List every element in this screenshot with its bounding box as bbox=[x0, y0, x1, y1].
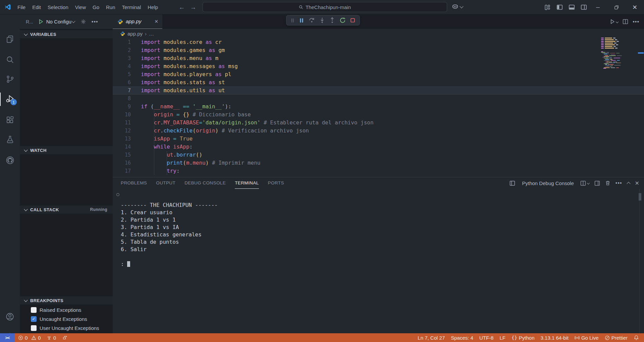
debug-config-dropdown[interactable]: No Configu bbox=[46, 19, 71, 24]
menu-run[interactable]: Run bbox=[103, 0, 119, 14]
line-number[interactable]: 14 bbox=[113, 143, 131, 151]
line-number[interactable]: 6 bbox=[113, 78, 131, 87]
breakpoint-checkbox[interactable] bbox=[31, 307, 37, 313]
run-debug-icon[interactable] bbox=[0, 91, 20, 106]
breadcrumb-file[interactable]: app.py bbox=[127, 31, 143, 37]
search-view-icon[interactable] bbox=[0, 52, 20, 67]
watch-section-header[interactable]: WATCH bbox=[20, 146, 113, 154]
menu-view[interactable]: View bbox=[72, 0, 89, 14]
step-into-icon[interactable] bbox=[319, 17, 325, 23]
terminal-instance-label[interactable]: Python Debug Console bbox=[522, 180, 574, 186]
code-line-17[interactable]: 17 try: bbox=[113, 167, 644, 175]
step-over-icon[interactable] bbox=[309, 17, 315, 23]
menu-help[interactable]: Help bbox=[144, 0, 161, 14]
breakpoint-checkbox[interactable] bbox=[31, 325, 37, 331]
line-number[interactable]: 8 bbox=[113, 95, 131, 103]
copilot-button[interactable] bbox=[451, 3, 463, 10]
panel-tab-output[interactable]: OUTPUT bbox=[156, 177, 175, 189]
explorer-icon[interactable] bbox=[0, 32, 20, 46]
pause-icon[interactable] bbox=[299, 17, 305, 23]
line-number[interactable]: 4 bbox=[113, 62, 131, 70]
extensions-icon[interactable] bbox=[0, 113, 20, 127]
testing-icon[interactable] bbox=[0, 132, 20, 147]
stop-icon[interactable] bbox=[350, 17, 356, 23]
call-stack-section-header[interactable]: CALL STACK Running bbox=[20, 206, 113, 214]
minimap[interactable] bbox=[601, 38, 638, 68]
menu-selection[interactable]: Selection bbox=[44, 0, 72, 14]
status-ln-7-col-27[interactable]: Ln 7, Col 27 bbox=[418, 335, 445, 341]
toggle-primary-sidebar-icon[interactable] bbox=[555, 3, 564, 12]
status-prettier[interactable]: Prettier bbox=[605, 335, 628, 341]
nav-forward-icon[interactable]: → bbox=[189, 3, 198, 12]
customize-layout-icon[interactable] bbox=[543, 3, 552, 12]
tab-close-icon[interactable]: ✕ bbox=[154, 19, 158, 24]
menu-go[interactable]: Go bbox=[89, 0, 103, 14]
split-editor-icon[interactable] bbox=[623, 19, 628, 24]
source-control-icon[interactable] bbox=[0, 72, 20, 87]
toggle-panel-icon[interactable] bbox=[567, 3, 576, 12]
line-number[interactable]: 2 bbox=[113, 46, 131, 54]
panel-tab-ports[interactable]: PORTS bbox=[268, 177, 284, 189]
close-panel-icon[interactable]: ✕ bbox=[635, 180, 639, 186]
line-number[interactable]: 13 bbox=[113, 135, 131, 143]
line-number[interactable]: 7 bbox=[113, 87, 131, 95]
status-utf-8[interactable]: UTF-8 bbox=[479, 335, 494, 341]
split-terminal-button[interactable] bbox=[580, 180, 589, 186]
account-icon[interactable] bbox=[0, 309, 20, 324]
terminal-output[interactable]: -------- THE CHACHIPUN -------1. Crear u… bbox=[121, 202, 218, 268]
editor-more-actions-icon[interactable]: ••• bbox=[633, 19, 639, 25]
github-icon[interactable] bbox=[0, 153, 20, 168]
status-go-live[interactable]: Go Live bbox=[575, 335, 599, 341]
code-line-11[interactable]: 11 cr.MY_DATABASE='data/origin.json' # E… bbox=[113, 119, 644, 127]
code-line-3[interactable]: 3import modules.menu as m bbox=[113, 54, 644, 62]
status-python[interactable]: {}Python bbox=[512, 335, 535, 341]
menu-edit[interactable]: Edit bbox=[29, 0, 44, 14]
line-number[interactable]: 1 bbox=[113, 38, 131, 46]
code-line-14[interactable]: 14 while isApp: bbox=[113, 143, 644, 151]
start-debug-icon[interactable] bbox=[38, 19, 44, 24]
remote-indicator-button[interactable]: >< bbox=[0, 333, 15, 342]
panel-more-actions-icon[interactable]: ••• bbox=[615, 180, 622, 186]
toggle-secondary-sidebar-icon[interactable] bbox=[579, 3, 588, 12]
config-chevron-icon[interactable] bbox=[71, 19, 75, 23]
step-out-icon[interactable] bbox=[329, 17, 335, 23]
status-3-13-1-64-bit[interactable]: 3.13.1 64-bit bbox=[541, 335, 569, 341]
line-number[interactable]: 3 bbox=[113, 54, 131, 62]
status-bell[interactable] bbox=[634, 335, 639, 340]
menu-file[interactable]: File bbox=[14, 0, 29, 14]
restore-button[interactable] bbox=[607, 0, 626, 14]
code-line-5[interactable]: 5import modules.players as pl bbox=[113, 70, 644, 78]
code-line-8[interactable]: 8 bbox=[113, 95, 644, 103]
maximize-panel-icon[interactable] bbox=[627, 182, 630, 185]
variables-section-header[interactable]: VARIABLES bbox=[20, 30, 113, 38]
nav-back-icon[interactable]: ← bbox=[177, 3, 186, 12]
command-center-search[interactable]: TheChachipun-main bbox=[203, 2, 447, 12]
minimize-button[interactable]: ─ bbox=[589, 0, 607, 14]
panel-tab-debug-console[interactable]: DEBUG CONSOLE bbox=[184, 177, 226, 189]
code-line-16[interactable]: 16 print(m.menu) # Imprimir menu bbox=[113, 159, 644, 167]
breakpoints-section-header[interactable]: BREAKPOINTS bbox=[20, 296, 113, 304]
panel-scrollbar-thumb[interactable] bbox=[639, 193, 641, 201]
breadcrumb-more[interactable]: … bbox=[149, 31, 154, 37]
line-number[interactable]: 9 bbox=[113, 103, 131, 111]
line-number[interactable]: 5 bbox=[113, 70, 131, 78]
drag-grip-icon[interactable] bbox=[290, 18, 294, 23]
more-actions-icon[interactable]: ••• bbox=[92, 19, 98, 25]
code-line-1[interactable]: 1import modules.core as cr bbox=[113, 38, 644, 46]
code-line-4[interactable]: 4import modules.messages as msg bbox=[113, 62, 644, 70]
line-number[interactable]: 12 bbox=[113, 127, 131, 135]
status-lf[interactable]: LF bbox=[499, 335, 505, 341]
code-line-13[interactable]: 13 isApp = True bbox=[113, 135, 644, 143]
code-line-12[interactable]: 12 cr.checkFile(origin) # Verificacion a… bbox=[113, 127, 644, 135]
split-chevron-icon[interactable] bbox=[587, 182, 590, 184]
code-line-7[interactable]: 7import modules.utils as ut bbox=[113, 87, 644, 95]
run-dropdown-chevron-icon[interactable] bbox=[616, 20, 619, 23]
close-window-button[interactable]: ✕ bbox=[626, 0, 644, 14]
debug-session-status[interactable] bbox=[62, 335, 67, 340]
line-number[interactable]: 11 bbox=[113, 119, 131, 127]
breakpoint-row[interactable]: Raised Exceptions bbox=[20, 305, 113, 314]
line-number[interactable]: 17 bbox=[113, 167, 131, 175]
code-editor[interactable]: 1import modules.core as cr2import module… bbox=[113, 38, 644, 177]
kill-terminal-trash-icon[interactable] bbox=[605, 180, 610, 186]
shell-command-decoration[interactable] bbox=[116, 193, 119, 196]
